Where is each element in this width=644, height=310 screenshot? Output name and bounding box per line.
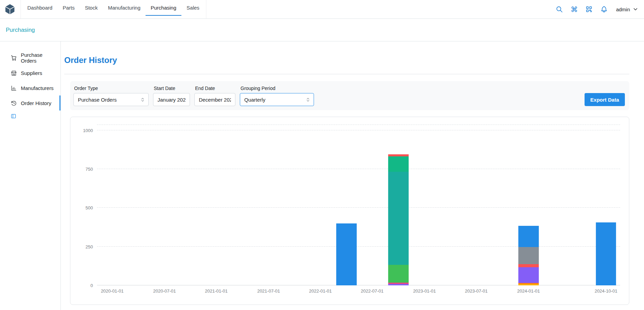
tab-manufacturing[interactable]: Manufacturing [103, 0, 146, 16]
user-menu[interactable]: admin [616, 6, 639, 12]
grouping-period-value: Quarterly [244, 97, 265, 103]
sidebar-item-label: Manufacturers [21, 85, 54, 91]
bar-segment [388, 156, 409, 172]
gridline-y-750 [97, 169, 620, 169]
export-data-button[interactable]: Export Data [585, 93, 625, 106]
divider [64, 74, 629, 74]
order-type-field: Order Type Purchase Orders [73, 86, 149, 106]
end-date-field: End Date [194, 86, 235, 106]
y-axis-tick-label: 500 [85, 205, 93, 210]
tab-purchasing[interactable]: Purchasing [146, 0, 181, 16]
gridline-y-250 [97, 246, 620, 247]
bar-segment [518, 284, 539, 285]
bar-segment [518, 264, 539, 267]
history-clock-icon [11, 100, 17, 106]
tab-stock[interactable]: Stock [80, 0, 103, 16]
sidebar-item-label: Purchase Orders [21, 52, 59, 64]
sidebar-item-suppliers[interactable]: Suppliers [0, 65, 60, 80]
grouping-period-field: Grouping Period Quarterly [240, 86, 314, 106]
gridline-y-0 [97, 285, 620, 285]
bar-segment [388, 265, 409, 283]
main-nav-tabs: Dashboard Parts Stock Manufacturing Purc… [20, 0, 206, 18]
store-icon [11, 70, 17, 76]
x-axis-tick-label: 2024-10-01 [594, 288, 617, 294]
end-date-input[interactable] [194, 93, 235, 106]
filter-panel: Order Type Purchase Orders Start Date En… [70, 81, 629, 110]
sidebar-item-purchase-orders[interactable]: Purchase Orders [0, 50, 60, 65]
y-axis-tick-label: 750 [85, 167, 93, 172]
x-axis-tick-label: 2020-07-01 [153, 288, 176, 294]
chart-bar-0[interactable] [336, 125, 357, 285]
y-axis-tick-label: 0 [91, 283, 93, 288]
order-type-select[interactable]: Purchase Orders [73, 93, 149, 106]
x-axis-tick-label: 2023-01-01 [413, 288, 436, 294]
grouping-period-select[interactable]: Quarterly [240, 93, 314, 106]
gridline-y-1000 [97, 130, 620, 130]
page-title: Order History [64, 55, 629, 65]
chart-plot: 025050075010002020-01-012020-07-012021-0… [97, 125, 620, 285]
order-type-label: Order Type [74, 86, 149, 91]
tab-dashboard[interactable]: Dashboard [22, 0, 57, 16]
x-axis-tick-label: 2022-01-01 [309, 288, 332, 294]
app-logo-icon[interactable] [4, 3, 16, 15]
top-navbar: Dashboard Parts Stock Manufacturing Purc… [0, 0, 644, 19]
sidebar-item-label: Suppliers [21, 70, 42, 76]
bar-segment [336, 223, 357, 285]
x-axis-tick-label: 2020-01-01 [101, 288, 124, 294]
chevron-up-down-icon [140, 97, 146, 103]
order-history-chart-panel: 025050075010002020-01-012020-07-012021-0… [70, 117, 629, 305]
search-icon[interactable] [556, 5, 563, 13]
x-axis-tick-label: 2021-01-01 [205, 288, 228, 294]
bar-segment [518, 247, 539, 264]
x-axis-tick-label: 2021-07-01 [257, 288, 280, 294]
chevron-up-down-icon [305, 97, 311, 103]
shopping-cart-icon [11, 55, 17, 61]
main-panel: Order History Order Type Purchase Orders… [61, 41, 644, 310]
sidebar-item-manufacturers[interactable]: Manufacturers [0, 80, 60, 95]
content-area: Purchase Orders Suppliers Manufacturers … [0, 41, 644, 310]
bar-segment [596, 222, 616, 285]
purchasing-sidebar: Purchase Orders Suppliers Manufacturers … [0, 41, 61, 310]
navbar-actions: ⌘ admin [556, 0, 639, 18]
sidebar-item-order-history[interactable]: Order History [0, 95, 60, 111]
bar-segment [518, 267, 539, 283]
order-type-value: Purchase Orders [78, 97, 117, 103]
collapse-sidebar-icon[interactable] [11, 113, 16, 119]
bar-segment [388, 284, 409, 285]
username-label: admin [616, 7, 630, 12]
breadcrumb-purchasing[interactable]: Purchasing [6, 27, 35, 34]
x-axis-tick-label: 2023-07-01 [465, 288, 488, 294]
start-date-label: Start Date [154, 86, 190, 91]
qr-code-icon[interactable] [585, 5, 593, 13]
end-date-label: End Date [195, 86, 235, 91]
grouping-period-label: Grouping Period [241, 86, 314, 91]
gridline-y-500 [97, 207, 620, 208]
bar-segment [388, 172, 409, 265]
chevron-down-icon [632, 6, 639, 12]
x-axis-tick-label: 2024-01-01 [517, 288, 540, 294]
tab-sales[interactable]: Sales [181, 0, 205, 16]
y-axis-tick-label: 1000 [83, 128, 93, 133]
chart-bar-2[interactable] [518, 125, 539, 285]
start-date-field: Start Date [153, 86, 190, 106]
sidebar-item-label: Order History [21, 100, 51, 106]
notifications-bell-icon[interactable] [600, 5, 608, 13]
y-axis-tick-label: 250 [85, 244, 93, 249]
start-date-input[interactable] [153, 93, 190, 106]
bar-segment [518, 226, 539, 247]
x-axis-tick-label: 2022-07-01 [361, 288, 384, 294]
breadcrumb: Purchasing [0, 19, 644, 41]
bar-chart-icon [11, 85, 17, 91]
app-window: Dashboard Parts Stock Manufacturing Purc… [0, 0, 644, 310]
chart-bar-1[interactable] [388, 125, 409, 285]
chart-bar-3[interactable] [596, 125, 616, 285]
tab-parts[interactable]: Parts [57, 0, 80, 16]
command-icon[interactable]: ⌘ [571, 6, 578, 13]
